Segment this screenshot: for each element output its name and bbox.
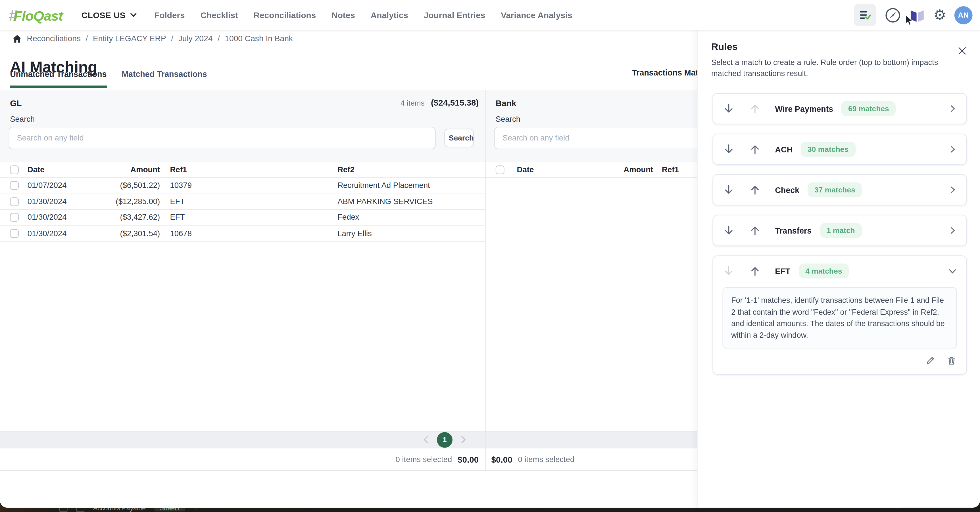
cell-ref1: 10379: [160, 181, 328, 190]
cell-amount: ($2,301.54): [97, 229, 160, 238]
tab[interactable]: Unmatched Transactions: [10, 69, 107, 88]
breadcrumb-link[interactable]: 1000 Cash In Bank: [225, 34, 293, 43]
cell-date: 01/30/2024: [27, 213, 97, 222]
nav-item[interactable]: Folders: [154, 10, 185, 20]
table-row[interactable]: 01/30/2024 ($3,427.62) EFT Fedex: [0, 210, 485, 226]
rule-card[interactable]: Transfers 1 match: [713, 215, 967, 246]
row-checkbox[interactable]: [10, 181, 19, 190]
next-page-icon[interactable]: [459, 435, 467, 444]
gear-icon[interactable]: ⚙: [934, 8, 946, 22]
match-count-badge: 69 matches: [842, 101, 896, 116]
chevron-down-icon: [130, 12, 137, 18]
gl-col-ref1[interactable]: Ref1: [160, 165, 328, 174]
rule-details: For '1-1' matches, identify transactions…: [713, 286, 966, 374]
gl-search-input[interactable]: [9, 127, 436, 149]
expand-chevron-icon[interactable]: [948, 225, 957, 235]
move-up-icon[interactable]: [749, 224, 761, 237]
panel-divider: [485, 90, 485, 471]
nav-item[interactable]: Reconciliations: [254, 10, 316, 20]
page-number[interactable]: 1: [437, 432, 452, 447]
gl-col-amount[interactable]: Amount: [97, 165, 160, 174]
gl-col-ref2[interactable]: Ref2: [328, 165, 485, 174]
rule-card[interactable]: Check 37 matches: [713, 174, 967, 206]
move-up-icon[interactable]: [749, 103, 761, 115]
move-down-icon[interactable]: [722, 224, 735, 237]
table-row[interactable]: 01/30/2024 ($2,301.54) 10678 Larry Ellis: [0, 226, 485, 241]
rule-card-header[interactable]: Transfers 1 match: [713, 216, 966, 246]
rule-card-header[interactable]: Check 37 matches: [713, 175, 966, 205]
bank-col-ref1[interactable]: Ref1: [653, 165, 679, 174]
cell-ref2: ABM PARKING SERVICES: [328, 197, 485, 206]
nav-item[interactable]: Variance Analysis: [501, 10, 573, 20]
breadcrumb-items: Reconciliations / Entity LEGACY ERP / Ju…: [27, 34, 293, 43]
rule-name: Wire Payments: [775, 104, 833, 113]
cell-date: 01/30/2024: [27, 197, 97, 206]
home-icon[interactable]: [13, 34, 22, 43]
gl-search-button[interactable]: Search: [444, 128, 474, 147]
move-up-icon[interactable]: [749, 143, 761, 155]
row-checkbox[interactable]: [10, 229, 19, 238]
breadcrumb-link[interactable]: July 2024: [178, 34, 213, 43]
floqast-logo[interactable]: # FloQast: [9, 6, 63, 24]
nav-item[interactable]: Notes: [331, 10, 355, 20]
move-down-icon[interactable]: [722, 265, 735, 277]
cell-ref1: EFT: [160, 197, 328, 206]
nav-item[interactable]: Journal Entries: [424, 10, 485, 20]
move-up-icon[interactable]: [749, 184, 761, 196]
delete-icon[interactable]: [946, 355, 957, 366]
rule-card[interactable]: Wire Payments 69 matches: [713, 93, 967, 124]
compass-icon[interactable]: [885, 6, 901, 23]
nav-item[interactable]: Checklist: [200, 10, 238, 20]
gl-table-body: 01/07/2024 ($6,501.22) 10379 Recruitment…: [0, 178, 485, 241]
expand-chevron-icon[interactable]: [948, 104, 957, 114]
cell-date: 01/07/2024: [27, 181, 97, 190]
avatar[interactable]: AN: [955, 6, 973, 24]
workspace-selector[interactable]: CLOSE US: [81, 10, 137, 20]
book-icon[interactable]: [910, 8, 925, 22]
bank-col-date[interactable]: Date: [513, 165, 590, 174]
checklist-icon[interactable]: [854, 4, 876, 26]
bank-search-label: Search: [496, 115, 520, 124]
gl-col-date[interactable]: Date: [27, 165, 97, 174]
match-count-badge: 1 match: [820, 223, 862, 238]
rule-card[interactable]: EFT 4 matches For '1-1' matches, identif…: [713, 255, 967, 375]
nav-right-icons: ⚙ AN: [854, 4, 972, 26]
table-row[interactable]: 01/30/2024 ($12,285.00) EFT ABM PARKING …: [0, 194, 485, 210]
expand-chevron-icon[interactable]: [948, 144, 957, 154]
table-row[interactable]: 01/07/2024 ($6,501.22) 10379 Recruitment…: [0, 178, 485, 194]
move-down-icon[interactable]: [722, 143, 735, 155]
nav-item[interactable]: Analytics: [371, 10, 408, 20]
breadcrumb-separator: /: [218, 34, 220, 43]
rule-card-header[interactable]: EFT 4 matches: [713, 256, 966, 286]
bank-select-all-checkbox[interactable]: [496, 165, 504, 174]
bank-col-amount[interactable]: Amount: [590, 165, 653, 174]
gl-select-all-checkbox[interactable]: [10, 165, 19, 174]
move-down-icon[interactable]: [722, 184, 735, 196]
breadcrumb-link[interactable]: Reconciliations: [27, 34, 81, 43]
bank-table-header: Date Amount Ref1: [486, 162, 698, 178]
expand-chevron-icon[interactable]: [948, 185, 957, 195]
gl-summary: 4 items ($24,515.38): [0, 98, 479, 107]
cell-ref2: Recruitment Ad Placement: [328, 181, 485, 190]
close-icon[interactable]: [956, 45, 967, 56]
rule-name: Check: [775, 185, 799, 194]
breadcrumb-separator: /: [171, 34, 173, 43]
gl-table-header: Date Amount Ref1 Ref2: [0, 162, 485, 178]
row-checkbox[interactable]: [10, 213, 19, 222]
tab[interactable]: Matched Transactions: [122, 69, 207, 88]
rule-card-header[interactable]: Wire Payments 69 matches: [713, 94, 966, 124]
expand-chevron-icon[interactable]: [948, 267, 958, 276]
prev-page-icon[interactable]: [422, 435, 430, 444]
row-checkbox[interactable]: [10, 197, 19, 206]
rule-card[interactable]: ACH 30 matches: [713, 134, 967, 165]
bank-search-input[interactable]: [494, 127, 697, 149]
rule-actions: [722, 349, 957, 366]
move-up-icon[interactable]: [749, 265, 761, 277]
rules-title: Rules: [711, 41, 738, 52]
rule-card-header[interactable]: ACH 30 matches: [713, 134, 966, 164]
edit-icon[interactable]: [925, 355, 935, 366]
move-down-icon[interactable]: [722, 103, 735, 115]
breadcrumb-link[interactable]: Entity LEGACY ERP: [93, 34, 166, 43]
rule-description-text: For '1-1' matches, identify transactions…: [722, 287, 957, 349]
transactions-matched-label: Transactions Matched: [632, 68, 697, 78]
